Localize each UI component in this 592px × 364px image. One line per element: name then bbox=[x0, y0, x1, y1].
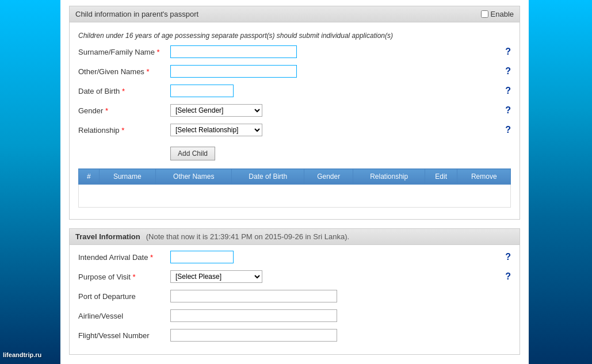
purpose-help-icon[interactable]: ? bbox=[505, 271, 511, 282]
right-sidebar bbox=[529, 0, 592, 364]
purpose-label: Purpose of Visit * bbox=[78, 273, 170, 281]
arrival-date-row: Intended Arrival Date * ? bbox=[78, 251, 511, 263]
main-content: Child information in parent's passport E… bbox=[60, 0, 529, 364]
child-section-body: Children under 16 years of age possessin… bbox=[70, 22, 520, 219]
surname-label: Surname/Family Name * bbox=[78, 48, 170, 56]
other-names-input-area bbox=[170, 65, 496, 78]
airline-row: Airline/Vessel bbox=[78, 309, 511, 322]
purpose-select[interactable]: [Select Please] Tourism Business Transit bbox=[170, 270, 262, 283]
other-names-row: Other/Given Names * ? bbox=[78, 65, 511, 78]
airline-input-area bbox=[170, 309, 511, 322]
child-section-header: Child information in parent's passport E… bbox=[70, 6, 520, 22]
children-table-empty-row bbox=[79, 185, 511, 208]
surname-input-area bbox=[170, 45, 496, 58]
other-names-label: Other/Given Names * bbox=[78, 67, 170, 76]
col-remove: Remove bbox=[457, 169, 511, 185]
gender-help-icon[interactable]: ? bbox=[505, 105, 511, 116]
travel-section-title: Travel Information bbox=[75, 232, 140, 241]
add-child-button[interactable]: Add Child bbox=[170, 147, 215, 160]
relationship-select[interactable]: [Select Relationship] Son Daughter bbox=[170, 124, 262, 136]
flight-input-area bbox=[170, 329, 511, 342]
relationship-label: Relationship * bbox=[78, 126, 170, 135]
port-input[interactable] bbox=[170, 290, 337, 302]
purpose-required: * bbox=[132, 273, 135, 281]
child-info-section: Child information in parent's passport E… bbox=[69, 6, 520, 220]
child-section-title-area: Child information in parent's passport bbox=[75, 10, 198, 18]
gender-required: * bbox=[105, 106, 108, 115]
relationship-input-area: [Select Relationship] Son Daughter bbox=[170, 124, 496, 136]
other-names-help-icon[interactable]: ? bbox=[505, 66, 511, 76]
col-dob: Date of Birth bbox=[232, 169, 304, 185]
arrival-date-required: * bbox=[150, 253, 153, 262]
travel-section-note: (Note that now it is 21:39:41 PM on 2015… bbox=[146, 232, 349, 241]
surname-help-icon[interactable]: ? bbox=[505, 47, 511, 57]
surname-required: * bbox=[157, 48, 160, 56]
purpose-row: Purpose of Visit * [Select Please] Touri… bbox=[78, 270, 511, 283]
col-gender: Gender bbox=[304, 169, 353, 185]
notice-text: Children under 16 years of age possessin… bbox=[78, 28, 511, 45]
children-table-header-row: # Surname Other Names Date of Birth Gend… bbox=[79, 169, 511, 185]
col-edit: Edit bbox=[425, 169, 457, 185]
purpose-input-area: [Select Please] Tourism Business Transit bbox=[170, 270, 496, 283]
travel-section-body: Intended Arrival Date * ? Purpose of Vis… bbox=[70, 245, 520, 354]
col-other-names: Other Names bbox=[156, 169, 232, 185]
dob-label: Date of Birth * bbox=[78, 87, 170, 95]
children-table: # Surname Other Names Date of Birth Gend… bbox=[78, 168, 511, 208]
relationship-help-icon[interactable]: ? bbox=[505, 125, 511, 135]
arrival-date-help-icon[interactable]: ? bbox=[505, 252, 511, 262]
dob-input-area bbox=[170, 85, 496, 97]
add-child-btn-area: Add Child bbox=[78, 143, 511, 168]
col-surname: Surname bbox=[99, 169, 156, 185]
flight-input[interactable] bbox=[170, 329, 337, 342]
arrival-date-label: Intended Arrival Date * bbox=[78, 253, 170, 262]
flight-row: Flight/Vessel Number bbox=[78, 329, 511, 342]
other-names-input[interactable] bbox=[170, 65, 297, 78]
enable-checkbox-area[interactable]: Enable bbox=[481, 10, 514, 18]
relationship-required: * bbox=[121, 126, 124, 135]
col-relationship: Relationship bbox=[353, 169, 425, 185]
arrival-date-input-area bbox=[170, 251, 496, 263]
travel-section: Travel Information (Note that now it is … bbox=[69, 228, 520, 355]
col-hash: # bbox=[79, 169, 100, 185]
watermark: lifeandtrip.ru bbox=[3, 351, 41, 358]
children-table-head: # Surname Other Names Date of Birth Gend… bbox=[79, 169, 511, 185]
surname-row: Surname/Family Name * ? bbox=[78, 45, 511, 58]
port-input-area bbox=[170, 290, 511, 302]
empty-cell bbox=[79, 185, 511, 208]
gender-label: Gender * bbox=[78, 106, 170, 115]
enable-checkbox[interactable] bbox=[481, 10, 488, 18]
arrival-date-input[interactable] bbox=[170, 251, 234, 263]
dob-required: * bbox=[122, 87, 125, 95]
airline-label: Airline/Vessel bbox=[78, 312, 170, 320]
dob-input[interactable] bbox=[170, 85, 234, 97]
enable-label: Enable bbox=[491, 10, 514, 18]
relationship-row: Relationship * [Select Relationship] Son… bbox=[78, 124, 511, 136]
gender-row: Gender * [Select Gender] Male Female ? bbox=[78, 104, 511, 117]
left-sidebar bbox=[0, 0, 60, 364]
gender-select[interactable]: [Select Gender] Male Female bbox=[170, 104, 262, 117]
child-section-title: Child information in parent's passport bbox=[75, 10, 198, 18]
airline-input[interactable] bbox=[170, 309, 337, 322]
children-table-body bbox=[79, 185, 511, 208]
surname-input[interactable] bbox=[170, 45, 297, 58]
flight-label: Flight/Vessel Number bbox=[78, 331, 170, 340]
dob-help-icon[interactable]: ? bbox=[505, 86, 511, 96]
port-row: Port of Departure bbox=[78, 290, 511, 302]
dob-row: Date of Birth * ? bbox=[78, 85, 511, 97]
gender-input-area: [Select Gender] Male Female bbox=[170, 104, 496, 117]
port-label: Port of Departure bbox=[78, 292, 170, 301]
other-names-required: * bbox=[147, 67, 150, 76]
travel-section-header: Travel Information (Note that now it is … bbox=[70, 229, 520, 245]
